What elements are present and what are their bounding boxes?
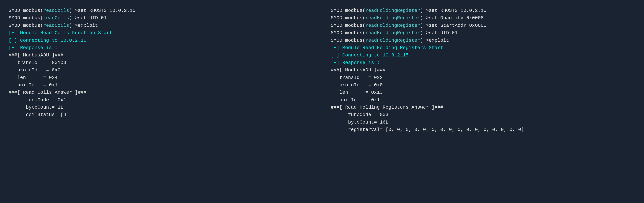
field-line: byteCount= 1L <box>8 104 313 111</box>
command-line: SMOD modbus(readHoldingRegister) >set St… <box>331 22 636 29</box>
field-line: transId = 0x2 <box>331 74 636 81</box>
command-line: SMOD modbus(readHoldingRegister) >set RH… <box>331 7 636 14</box>
response-line: [+] Module Read Coils Function Start <box>8 29 313 36</box>
field-line: unitId = 0x1 <box>331 96 636 104</box>
left-panel: SMOD modbus(readCoils) >set RHOSTS 10.0.… <box>0 0 322 203</box>
response-line: [+] Module Read Holding Registers Start <box>331 44 636 52</box>
field-line: unitId = 0x1 <box>8 81 313 89</box>
hash-line: ###[ Read Coils Answer ]### <box>8 89 313 96</box>
response-line: [+] Response is : <box>8 44 313 52</box>
command-line: SMOD modbus(readHoldingRegister) >exploi… <box>331 37 636 44</box>
field-line: len = 0x13 <box>331 89 636 96</box>
hash-line: ###[ ModbusADU ]### <box>8 52 313 59</box>
field-line: funcCode = 0x3 <box>331 111 636 118</box>
hash-line: ###[ ModbusADU ]### <box>331 66 636 74</box>
command-line: SMOD modbus(readCoils) >set RHOSTS 10.0.… <box>8 7 313 14</box>
field-line: registerVal= [0, 0, 0, 0, 0, 0, 0, 0, 0,… <box>331 126 636 133</box>
field-line: coilStatus= [4] <box>8 111 313 118</box>
response-line: [+] Connecting to 10.0.2.15 <box>331 52 636 59</box>
command-line: SMOD modbus(readCoils) >set UID 01 <box>8 14 313 22</box>
field-line: transId = 0x103 <box>8 59 313 66</box>
command-line: SMOD modbus(readHoldingRegister) >set UI… <box>331 29 636 36</box>
response-line: [+] Connecting to 10.0.2.15 <box>8 37 313 44</box>
field-line: protoId = 0x0 <box>331 81 636 89</box>
response-line: [+] Response is : <box>331 59 636 66</box>
command-line: SMOD modbus(readCoils) >exploit <box>8 22 313 29</box>
field-line: byteCount= 16L <box>331 118 636 126</box>
field-line: protoId = 0x0 <box>8 66 313 74</box>
right-panel: SMOD modbus(readHoldingRegister) >set RH… <box>322 0 644 203</box>
hash-line: ###[ Read Holding Registers Answer ]### <box>331 104 636 111</box>
command-line: SMOD modbus(readHoldingRegister) >set Qu… <box>331 14 636 22</box>
field-line: funcCode = 0x1 <box>8 96 313 104</box>
field-line: len = 0x4 <box>8 74 313 81</box>
